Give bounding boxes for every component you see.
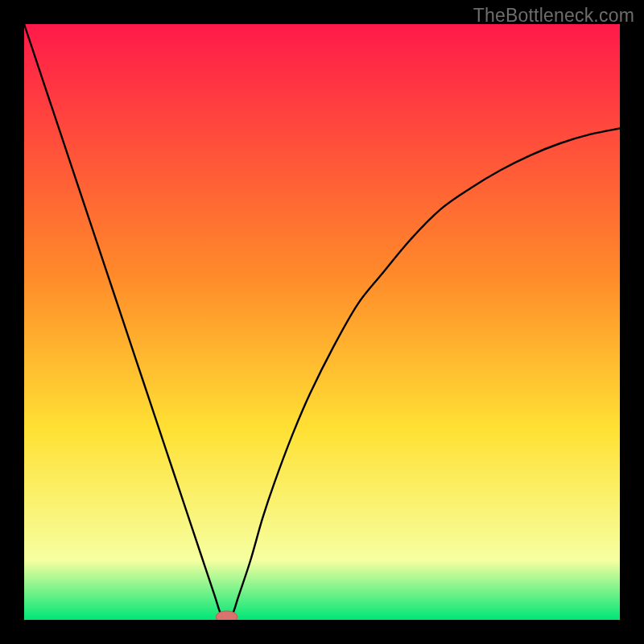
plot-area	[24, 24, 620, 620]
watermark-text: TheBottleneck.com	[473, 5, 634, 27]
gradient-background	[24, 24, 620, 620]
chart-svg	[24, 24, 620, 620]
chart-frame: TheBottleneck.com	[0, 0, 644, 644]
optimal-marker	[216, 611, 237, 620]
